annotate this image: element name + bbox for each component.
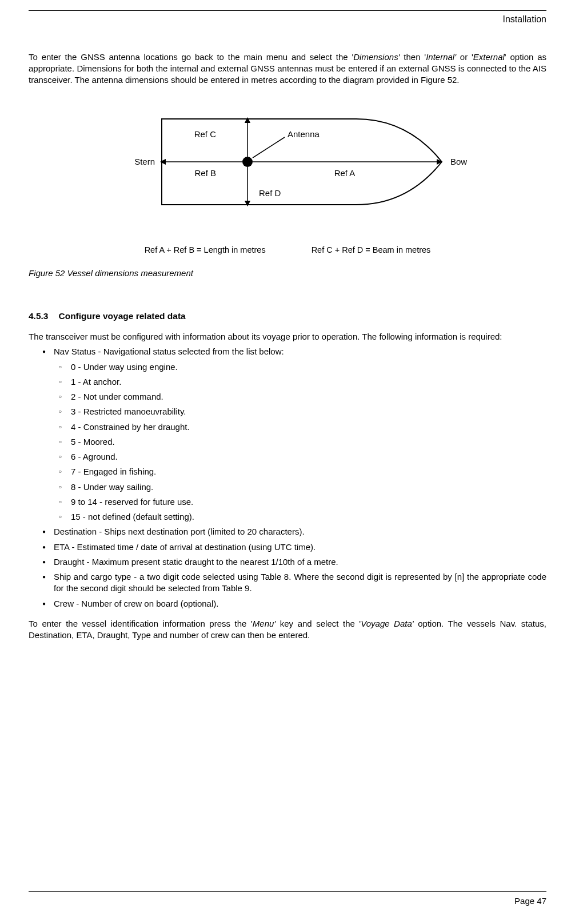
list-item: 0 - Under way using engine. — [54, 361, 546, 373]
list-item: Nav Status - Navigational status selecte… — [29, 346, 546, 523]
list-item: ETA - Estimated time / date of arrival a… — [29, 541, 546, 553]
svg-text:Bow: Bow — [450, 157, 467, 166]
list-item: 4 - Constrained by her draught. — [54, 421, 546, 433]
svg-text:Ref C: Ref C — [194, 129, 217, 139]
nav-status-list: 0 - Under way using engine. 1 - At ancho… — [54, 361, 546, 523]
list-item: 15 - not defined (default setting). — [54, 511, 546, 523]
vessel-diagram: Antenna Ref C Ref D Ref B Ref A Stern Bo… — [29, 96, 546, 228]
page-number: Page 47 — [29, 895, 546, 907]
list-item: Ship and cargo type - a two digit code s… — [29, 571, 546, 595]
figure-caption: Figure 52 Vessel dimensions measurement — [29, 268, 546, 279]
list-item: 8 - Under way sailing. — [54, 481, 546, 493]
svg-text:Stern: Stern — [134, 157, 155, 166]
list-item: Crew - Number of crew on board (optional… — [29, 598, 546, 610]
list-item: 1 - At anchor. — [54, 376, 546, 388]
section-intro: The transceiver must be configured with … — [29, 331, 546, 342]
svg-point-0 — [242, 157, 253, 167]
label-antenna: Antenna — [288, 129, 320, 139]
svg-text:Ref D: Ref D — [259, 188, 281, 198]
svg-text:Ref B: Ref B — [194, 168, 216, 178]
dimension-formulas: Ref A + Ref B = Length in metresRef C + … — [29, 245, 546, 256]
list-item: Destination - Ships next destination por… — [29, 526, 546, 537]
list-item: 5 - Moored. — [54, 436, 546, 448]
intro-paragraph: To enter the GNSS antenna locations go b… — [29, 51, 546, 86]
list-item: Draught - Maximum present static draught… — [29, 556, 546, 568]
closing-paragraph: To enter the vessel identification infor… — [29, 618, 546, 642]
list-item: 6 - Aground. — [54, 451, 546, 463]
list-item: 3 - Restricted manoeuvrability. — [54, 406, 546, 417]
list-item: 7 - Engaged in fishing. — [54, 466, 546, 477]
voyage-data-list: Nav Status - Navigational status selecte… — [29, 346, 546, 610]
header-section: Installation — [29, 13, 546, 26]
list-item: 2 - Not under command. — [54, 391, 546, 403]
list-item: 9 to 14 - reserved for future use. — [54, 496, 546, 508]
svg-text:Ref A: Ref A — [334, 168, 356, 178]
section-heading: 4.5.3Configure voyage related data — [29, 310, 546, 322]
svg-line-1 — [253, 137, 285, 158]
